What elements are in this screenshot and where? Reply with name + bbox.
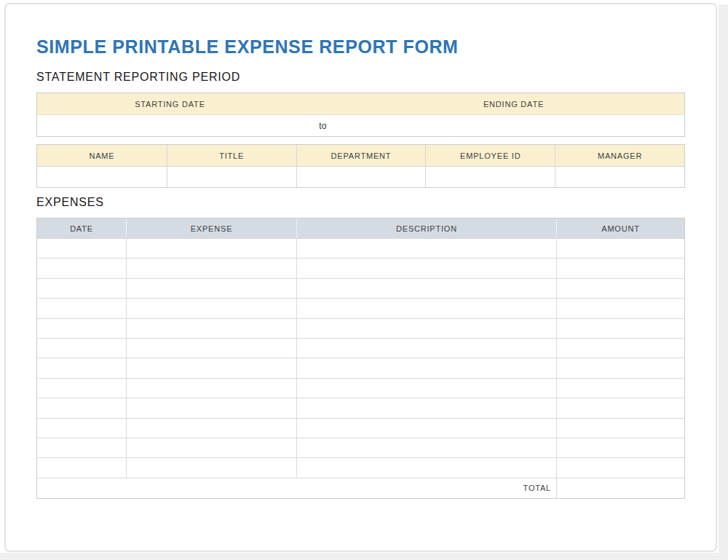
expense-cell[interactable] bbox=[296, 279, 556, 298]
expense-cell[interactable] bbox=[126, 239, 296, 258]
expense-rows-body bbox=[37, 239, 684, 478]
expense-row bbox=[37, 239, 684, 259]
expense-cell[interactable] bbox=[37, 259, 126, 277]
expense-cell[interactable] bbox=[37, 419, 126, 438]
expense-cell[interactable] bbox=[296, 419, 556, 438]
expense-cell[interactable] bbox=[296, 458, 556, 477]
expense-cell[interactable] bbox=[37, 438, 126, 457]
expense-cell[interactable] bbox=[296, 239, 556, 258]
expense-cell[interactable] bbox=[556, 438, 684, 457]
reporting-period-value-row: to bbox=[37, 115, 684, 136]
employee-id-field[interactable] bbox=[425, 167, 555, 187]
amount-header: AMOUNT bbox=[556, 218, 684, 238]
expense-cell[interactable] bbox=[37, 339, 126, 358]
expenses-total-row: TOTAL bbox=[37, 478, 684, 498]
title-field[interactable] bbox=[167, 167, 296, 187]
expense-cell[interactable] bbox=[556, 419, 684, 438]
page-bottom-margin bbox=[0, 553, 728, 560]
expense-row bbox=[37, 259, 684, 278]
expense-cell[interactable] bbox=[126, 358, 296, 377]
section-heading-expenses: EXPENSES bbox=[36, 196, 104, 209]
reporting-period-table: STARTING DATE ENDING DATE to bbox=[36, 92, 685, 137]
expense-cell[interactable] bbox=[296, 339, 556, 358]
expense-cell[interactable] bbox=[556, 379, 684, 398]
expense-cell[interactable] bbox=[556, 339, 684, 358]
manager-field[interactable] bbox=[555, 167, 684, 187]
expense-row bbox=[37, 379, 684, 398]
department-header: DEPARTMENT bbox=[296, 145, 426, 166]
description-header: DESCRIPTION bbox=[296, 218, 556, 238]
date-header: DATE bbox=[37, 218, 126, 238]
expense-cell[interactable] bbox=[37, 279, 126, 298]
expenses-header-row: DATE EXPENSE DESCRIPTION AMOUNT bbox=[37, 218, 684, 239]
expense-cell[interactable] bbox=[37, 239, 126, 258]
starting-date-field[interactable] bbox=[37, 115, 303, 136]
expense-cell[interactable] bbox=[37, 458, 126, 477]
expense-cell[interactable] bbox=[126, 438, 296, 457]
expense-cell[interactable] bbox=[37, 398, 126, 417]
page-title: SIMPLE PRINTABLE EXPENSE REPORT FORM bbox=[36, 36, 459, 58]
expense-cell[interactable] bbox=[556, 239, 684, 258]
expense-cell[interactable] bbox=[556, 279, 684, 298]
expense-cell[interactable] bbox=[296, 358, 556, 377]
employee-value-row bbox=[37, 167, 684, 187]
expense-cell[interactable] bbox=[296, 438, 556, 457]
expense-cell[interactable] bbox=[126, 458, 296, 477]
employee-header-row: NAME TITLE DEPARTMENT EMPLOYEE ID MANAGE… bbox=[37, 145, 684, 167]
expense-cell[interactable] bbox=[296, 398, 556, 417]
expense-cell[interactable] bbox=[126, 259, 296, 277]
expense-cell[interactable] bbox=[126, 398, 296, 417]
expense-row bbox=[37, 438, 684, 458]
expenses-table: DATE EXPENSE DESCRIPTION AMOUNT TOTAL bbox=[36, 218, 685, 499]
expense-cell[interactable] bbox=[556, 319, 684, 338]
to-label: to bbox=[303, 115, 343, 136]
expense-cell[interactable] bbox=[296, 259, 556, 277]
expense-cell[interactable] bbox=[126, 339, 296, 358]
document-viewport: SIMPLE PRINTABLE EXPENSE REPORT FORM STA… bbox=[0, 0, 728, 560]
reporting-period-header-row: STARTING DATE ENDING DATE bbox=[37, 93, 684, 115]
name-field[interactable] bbox=[37, 167, 167, 187]
expense-cell[interactable] bbox=[126, 419, 296, 438]
expense-cell[interactable] bbox=[556, 458, 684, 477]
page-right-margin bbox=[719, 4, 728, 560]
department-field[interactable] bbox=[296, 167, 426, 187]
total-amount-field[interactable] bbox=[556, 478, 684, 498]
employee-info-table: NAME TITLE DEPARTMENT EMPLOYEE ID MANAGE… bbox=[36, 144, 685, 188]
expense-cell[interactable] bbox=[556, 398, 684, 417]
expense-cell[interactable] bbox=[296, 299, 556, 318]
ending-date-header: ENDING DATE bbox=[343, 93, 684, 114]
name-header: NAME bbox=[37, 145, 167, 166]
starting-date-header: STARTING DATE bbox=[37, 93, 303, 114]
expense-row bbox=[37, 419, 684, 438]
expense-cell[interactable] bbox=[126, 299, 296, 318]
expense-cell[interactable] bbox=[556, 259, 684, 277]
expense-cell[interactable] bbox=[296, 319, 556, 338]
expense-row bbox=[37, 319, 684, 339]
title-header: TITLE bbox=[167, 145, 296, 166]
expense-row bbox=[37, 339, 684, 358]
expense-header: EXPENSE bbox=[126, 218, 296, 238]
employee-id-header: EMPLOYEE ID bbox=[425, 145, 555, 166]
expense-cell[interactable] bbox=[126, 319, 296, 338]
expense-cell[interactable] bbox=[126, 279, 296, 298]
expense-row bbox=[37, 458, 684, 478]
manager-header: MANAGER bbox=[555, 145, 684, 166]
expense-row bbox=[37, 358, 684, 378]
expense-row bbox=[37, 299, 684, 318]
header-spacer-cell bbox=[303, 93, 343, 114]
expense-row bbox=[37, 279, 684, 299]
expense-row bbox=[37, 398, 684, 418]
expense-cell[interactable] bbox=[126, 379, 296, 398]
expense-cell[interactable] bbox=[296, 379, 556, 398]
total-label: TOTAL bbox=[37, 478, 556, 498]
expense-cell[interactable] bbox=[37, 379, 126, 398]
ending-date-field[interactable] bbox=[343, 115, 684, 136]
expense-cell[interactable] bbox=[37, 299, 126, 318]
expense-cell[interactable] bbox=[556, 358, 684, 377]
expense-cell[interactable] bbox=[37, 319, 126, 338]
expense-cell[interactable] bbox=[37, 358, 126, 377]
section-heading-reporting-period: STATEMENT REPORTING PERIOD bbox=[36, 71, 240, 84]
expense-cell[interactable] bbox=[556, 299, 684, 318]
